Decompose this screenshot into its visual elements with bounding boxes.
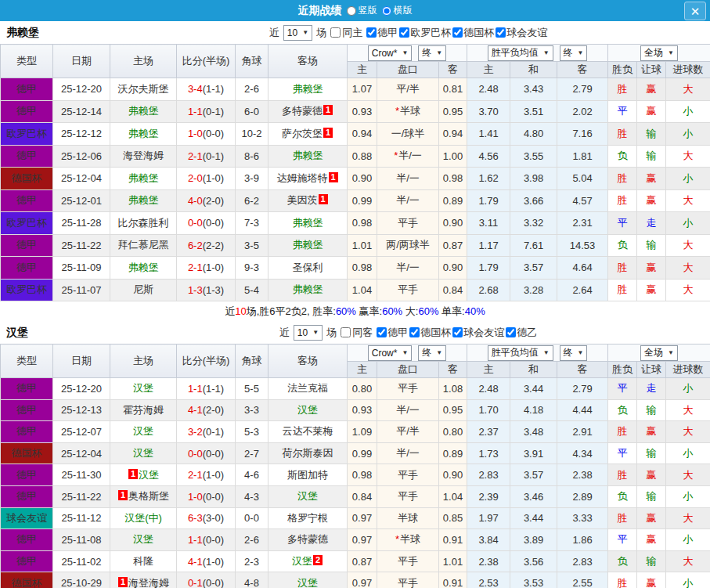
- league-filter-checkbox[interactable]: 球会友谊: [452, 326, 504, 340]
- score-cell: 1-1(1-1): [177, 378, 236, 400]
- home-team-cell: 弗赖堡: [110, 189, 177, 212]
- league-badge-cell: 德甲: [1, 378, 53, 400]
- close-button[interactable]: ✕: [684, 2, 706, 20]
- horizontal-radio[interactable]: [382, 6, 391, 16]
- avg-away-cell: 2.79: [557, 378, 608, 400]
- league-filter-input[interactable]: [452, 27, 463, 38]
- home-team-cell: 弗赖堡: [110, 168, 177, 190]
- avg-home-cell: 2.53: [467, 572, 510, 588]
- score-cell: 2-1(0-1): [177, 145, 236, 168]
- league-badge-cell: 欧罗巴杯: [1, 279, 53, 301]
- match-count-select[interactable]: 10 ▼: [294, 325, 323, 341]
- handicap-cell: *半球: [377, 100, 439, 123]
- corners-cell: 2-6: [236, 529, 269, 551]
- odds-provider-select[interactable]: Crow*▼: [368, 345, 413, 361]
- final-avg-select[interactable]: 终▼: [560, 345, 588, 361]
- away-team-cell: 美因茨1: [269, 189, 348, 212]
- away-team-cell: 多特蒙德1: [269, 100, 348, 123]
- final-odds-select[interactable]: 终▼: [418, 345, 446, 361]
- layout-radio-horizontal[interactable]: 横版: [382, 4, 413, 17]
- final-avg-select[interactable]: 终▼: [560, 45, 588, 61]
- avg-odds-select[interactable]: 胜平负均值▼: [488, 345, 553, 361]
- final-odds-select[interactable]: 终▼: [418, 45, 446, 61]
- league-badge-cell: 德国杯: [1, 168, 53, 190]
- score-cell: 4-0(2-0): [177, 189, 236, 212]
- same-venue-input[interactable]: [330, 27, 341, 38]
- date-cell: 25-11-02: [53, 550, 110, 572]
- fulltime-score: 1-1: [188, 383, 203, 395]
- same-venue-label: 同客: [352, 326, 373, 340]
- league-filter-input[interactable]: [409, 327, 420, 337]
- halftime-score: (2-0): [203, 404, 224, 416]
- match-count-select[interactable]: 10 ▼: [283, 25, 312, 41]
- away-team-cell: 弗赖堡: [269, 145, 348, 168]
- same-venue-checkbox[interactable]: 同客: [341, 326, 373, 340]
- halftime-score: (1-0): [203, 469, 224, 481]
- table-row: 德甲 25-12-07 汉堡 3-2(0-1) 5-3 云达不莱梅 1.09 平…: [1, 421, 710, 443]
- home-team-cell: 霍芬海姆: [110, 399, 177, 421]
- away-team-cell: 达姆施塔特1: [269, 168, 348, 190]
- away-odds-cell: 0.90: [439, 464, 467, 486]
- league-filter-input[interactable]: [452, 327, 463, 337]
- away-team-cell: 斯图加特: [269, 464, 348, 486]
- result-cell: 胜: [608, 507, 637, 529]
- summary-segment: 40%: [465, 305, 485, 317]
- league-filter-input[interactable]: [496, 27, 506, 38]
- layout-radio-vertical[interactable]: 竖版: [347, 4, 377, 17]
- league-filter-input[interactable]: [506, 327, 516, 337]
- col-home: 主场: [110, 345, 177, 378]
- league-filter-input[interactable]: [377, 327, 387, 337]
- league-filter-checkbox[interactable]: 德乙: [506, 326, 537, 340]
- away-odds-cell: 1.08: [439, 378, 467, 400]
- league-filter-checkbox[interactable]: 欧罗巴杯: [399, 26, 451, 40]
- table-row: 德国杯 25-10-29 1海登海姆 0-1(0-0) 4-8 汉堡 0.97 …: [1, 572, 710, 588]
- subcol-handicap: 盘口: [377, 62, 439, 78]
- avg-home-cell: 1.79: [467, 189, 510, 212]
- goals-result-cell: 小: [666, 442, 710, 464]
- result-cell: 胜: [608, 279, 637, 301]
- home-team-cell: 拜仁慕尼黑: [110, 234, 177, 257]
- vertical-radio[interactable]: [347, 6, 356, 16]
- same-venue-input[interactable]: [341, 327, 351, 337]
- home-odds-cell: 0.99: [348, 442, 377, 464]
- scope-select[interactable]: 全场▼: [640, 345, 678, 361]
- col-date: 日期: [53, 345, 110, 378]
- table-row: 德甲 25-11-22 拜仁慕尼黑 6-2(2-2) 3-5 弗赖堡 1.01 …: [1, 234, 710, 257]
- home-odds-cell: 0.87: [348, 550, 377, 572]
- league-filter-checkbox[interactable]: 德国杯: [409, 326, 451, 340]
- result-cell: 胜: [608, 123, 637, 146]
- home-team-cell: 1奥格斯堡: [110, 485, 177, 507]
- avg-odds-select[interactable]: 胜平负均值▼: [488, 45, 553, 61]
- odds-provider-select[interactable]: Crow*▼: [368, 45, 413, 61]
- home-odds-cell: 0.84: [348, 485, 377, 507]
- avg-draw-cell: 3.32: [510, 212, 557, 235]
- avg-draw-cell: 3.44: [510, 507, 557, 529]
- avg-group-header: 胜平负均值▼ 终▼: [467, 45, 608, 62]
- league-filter-input[interactable]: [366, 27, 377, 38]
- focus-team-name: 弗赖堡: [293, 217, 323, 229]
- home-odds-cell: 0.98: [348, 464, 377, 486]
- same-venue-checkbox[interactable]: 同主: [330, 26, 362, 40]
- summary-segment: 60%: [418, 305, 438, 317]
- league-filter-input[interactable]: [399, 27, 409, 38]
- league-filter-checkbox[interactable]: 德国杯: [452, 26, 494, 40]
- avg-home-cell: 1.73: [467, 442, 510, 464]
- red-card-badge: 1: [319, 194, 328, 204]
- away-odds-cell: 0.80: [439, 421, 467, 443]
- away-odds-cell: 0.90: [439, 257, 467, 280]
- home-team-cell: 汉堡: [110, 529, 177, 551]
- summary-segment: 赢率:: [356, 305, 382, 317]
- home-team-cell: 1汉堡: [110, 464, 177, 486]
- result-cell: 胜: [608, 257, 637, 280]
- col-away: 客场: [269, 345, 348, 378]
- opponent-team-name: 拜仁慕尼黑: [118, 239, 169, 251]
- date-cell: 25-12-12: [53, 123, 110, 146]
- handicap-cell: 平手: [377, 212, 439, 235]
- league-filter-checkbox[interactable]: 德甲: [377, 326, 408, 340]
- focus-team-name: 汉堡: [133, 425, 153, 437]
- scope-select[interactable]: 全场▼: [640, 45, 678, 61]
- halftime-score: (2-2): [203, 240, 224, 251]
- score-cell: 2-1(1-0): [177, 257, 236, 280]
- league-filter-checkbox[interactable]: 球会友谊: [496, 26, 547, 40]
- league-filter-checkbox[interactable]: 德甲: [366, 26, 398, 40]
